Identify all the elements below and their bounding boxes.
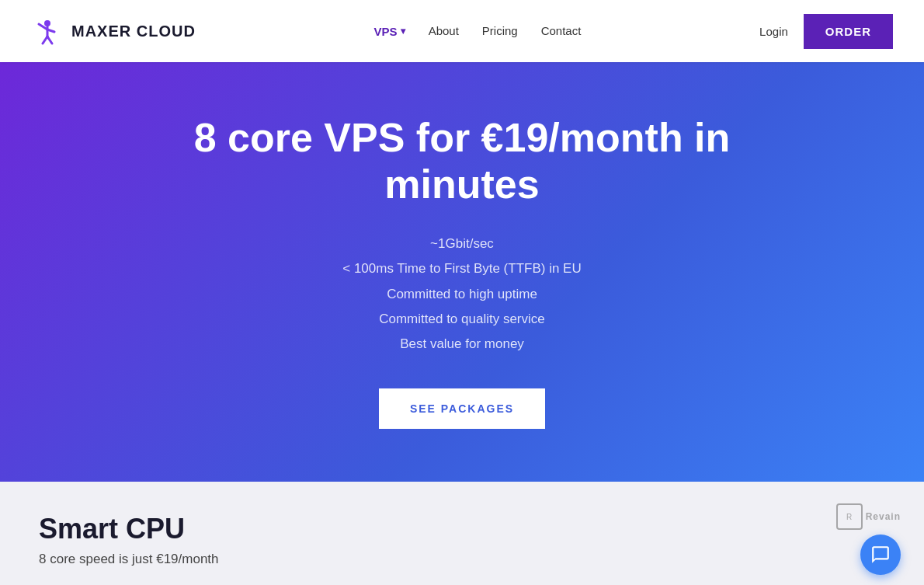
hero-features-list: ~1Gbit/sec < 100ms Time to First Byte (T… [342, 232, 581, 357]
hero-feature-2: < 100ms Time to First Byte (TTFB) in EU [342, 256, 581, 281]
hero-section: 8 core VPS for €19/month in minutes ~1Gb… [0, 62, 924, 482]
nav-contact-label: Contact [541, 24, 582, 37]
nav-menu: VPS ▾ About Pricing Contact [374, 24, 582, 38]
navbar: MAXER CLOUD VPS ▾ About Pricing Contact [0, 0, 924, 62]
logo-icon [31, 15, 64, 47]
hero-feature-4: Committed to quality service [342, 307, 581, 332]
order-button[interactable]: ORDER [804, 14, 893, 49]
revain-logo: R Revain [836, 503, 901, 530]
nav-item-vps[interactable]: VPS ▾ [374, 25, 405, 38]
hero-title: 8 core VPS for €19/month in minutes [113, 115, 811, 208]
smart-cpu-title: Smart CPU [39, 513, 885, 545]
revain-icon: R [836, 503, 863, 530]
nav-vps-link[interactable]: VPS ▾ [374, 25, 405, 38]
nav-item-contact[interactable]: Contact [541, 24, 582, 38]
nav-vps-label: VPS [374, 25, 398, 38]
logo-text: MAXER CLOUD [71, 23, 196, 40]
vps-chevron-icon: ▾ [401, 26, 405, 37]
hero-feature-3: Committed to high uptime [342, 282, 581, 307]
revain-label: Revain [866, 511, 901, 522]
chat-icon [870, 545, 891, 565]
login-label: Login [759, 25, 788, 38]
nav-about-label: About [429, 24, 459, 37]
login-link[interactable]: Login [759, 25, 788, 38]
logo-link[interactable]: MAXER CLOUD [31, 15, 196, 47]
nav-item-about[interactable]: About [429, 24, 459, 38]
chat-widget: R Revain [836, 503, 901, 575]
nav-pricing-link[interactable]: Pricing [482, 24, 518, 37]
nav-contact-link[interactable]: Contact [541, 24, 582, 37]
nav-pricing-label: Pricing [482, 24, 518, 37]
see-packages-button[interactable]: SEE PACKAGES [379, 388, 545, 429]
hero-feature-5: Best value for money [342, 332, 581, 357]
hero-feature-1: ~1Gbit/sec [342, 232, 581, 256]
bottom-section: Smart CPU 8 core speed is just €19/month… [0, 482, 924, 585]
smart-cpu-subtitle: 8 core speed is just €19/month [39, 552, 885, 567]
nav-item-pricing[interactable]: Pricing [482, 24, 518, 38]
chat-button[interactable] [860, 535, 901, 575]
nav-about-link[interactable]: About [429, 24, 459, 37]
navbar-right: Login ORDER [759, 14, 893, 49]
